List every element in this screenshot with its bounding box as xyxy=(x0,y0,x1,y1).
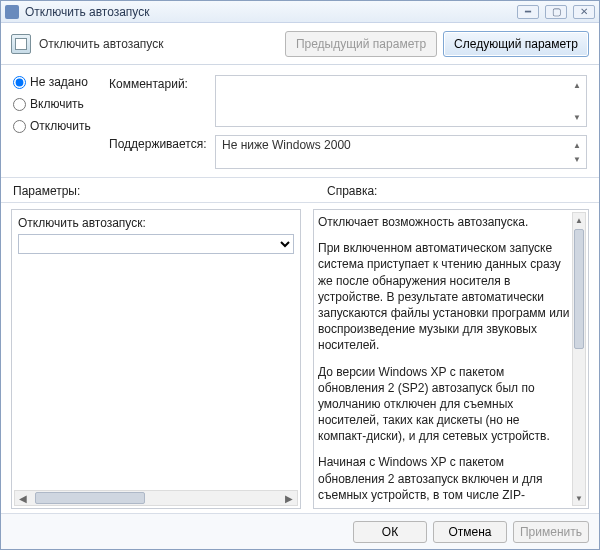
radio-disabled[interactable]: Отключить xyxy=(13,119,103,133)
next-setting-button[interactable]: Следующий параметр xyxy=(443,31,589,57)
radio-enabled-input[interactable] xyxy=(13,98,26,111)
toolbar: Отключить автозапуск Предыдущий параметр… xyxy=(1,23,599,65)
comment-scroll-up-icon[interactable]: ▲ xyxy=(570,78,584,92)
supported-value: Не ниже Windows 2000 xyxy=(222,138,351,152)
supported-scroll-down-icon[interactable]: ▼ xyxy=(570,152,584,166)
panel-headings: Параметры: Справка: xyxy=(1,178,599,203)
vscroll-thumb[interactable] xyxy=(574,229,584,349)
vscroll-up-icon[interactable]: ▲ xyxy=(575,213,583,227)
policy-icon xyxy=(11,34,31,54)
supported-scroll-up-icon[interactable]: ▲ xyxy=(570,138,584,152)
cancel-button[interactable]: Отмена xyxy=(433,521,507,543)
help-paragraph: Начиная с Windows XP с пакетом обновлени… xyxy=(318,454,570,504)
help-heading: Справка: xyxy=(281,184,587,198)
radio-enabled[interactable]: Включить xyxy=(13,97,103,111)
settings-area: Не задано Включить Отключить Комментарий… xyxy=(1,65,599,178)
ok-button[interactable]: ОК xyxy=(353,521,427,543)
option-field-label: Отключить автозапуск: xyxy=(18,216,294,230)
toolbar-caption: Отключить автозапуск xyxy=(39,37,279,51)
help-vscrollbar[interactable]: ▲ ▼ xyxy=(572,212,586,506)
previous-setting-button[interactable]: Предыдущий параметр xyxy=(285,31,437,57)
hscroll-left-icon[interactable]: ◀ xyxy=(15,493,31,504)
options-hscrollbar[interactable]: ◀ ▶ xyxy=(14,490,298,506)
radio-not-configured-label: Не задано xyxy=(30,75,88,89)
dialog-window: Отключить автозапуск ━ ▢ ✕ Отключить авт… xyxy=(0,0,600,550)
help-text: Отключает возможность автозапуска. При в… xyxy=(318,214,570,504)
help-paragraph: При включенном автоматическом запуске си… xyxy=(318,240,570,353)
help-paragraph: Отключает возможность автозапуска. xyxy=(318,214,570,230)
close-button[interactable]: ✕ xyxy=(573,5,595,19)
hscroll-right-icon[interactable]: ▶ xyxy=(281,493,297,504)
panels-area: Отключить автозапуск: ◀ ▶ Отключает возм… xyxy=(1,203,599,513)
radio-disabled-input[interactable] xyxy=(13,120,26,133)
radio-disabled-label: Отключить xyxy=(30,119,91,133)
minimize-button[interactable]: ━ xyxy=(517,5,539,19)
app-icon xyxy=(5,5,19,19)
footer: ОК Отмена Применить xyxy=(1,513,599,549)
comment-textarea[interactable]: ▲ ▼ xyxy=(215,75,587,127)
radio-enabled-label: Включить xyxy=(30,97,84,111)
maximize-button[interactable]: ▢ xyxy=(545,5,567,19)
radio-not-configured[interactable]: Не задано xyxy=(13,75,103,89)
comment-label: Комментарий: xyxy=(109,75,209,91)
window-title: Отключить автозапуск xyxy=(25,5,517,19)
options-panel: Отключить автозапуск: ◀ ▶ xyxy=(11,209,301,509)
option-dropdown[interactable] xyxy=(18,234,294,254)
supported-label: Поддерживается: xyxy=(109,135,209,151)
comment-scroll-down-icon[interactable]: ▼ xyxy=(570,110,584,124)
apply-button[interactable]: Применить xyxy=(513,521,589,543)
help-paragraph: До версии Windows XP с пакетом обновлени… xyxy=(318,364,570,445)
help-panel: Отключает возможность автозапуска. При в… xyxy=(313,209,589,509)
supported-box: Не ниже Windows 2000 ▲ ▼ xyxy=(215,135,587,169)
hscroll-thumb[interactable] xyxy=(35,492,145,504)
radio-not-configured-input[interactable] xyxy=(13,76,26,89)
options-heading: Параметры: xyxy=(13,184,281,198)
titlebar: Отключить автозапуск ━ ▢ ✕ xyxy=(1,1,599,23)
vscroll-down-icon[interactable]: ▼ xyxy=(575,491,583,505)
